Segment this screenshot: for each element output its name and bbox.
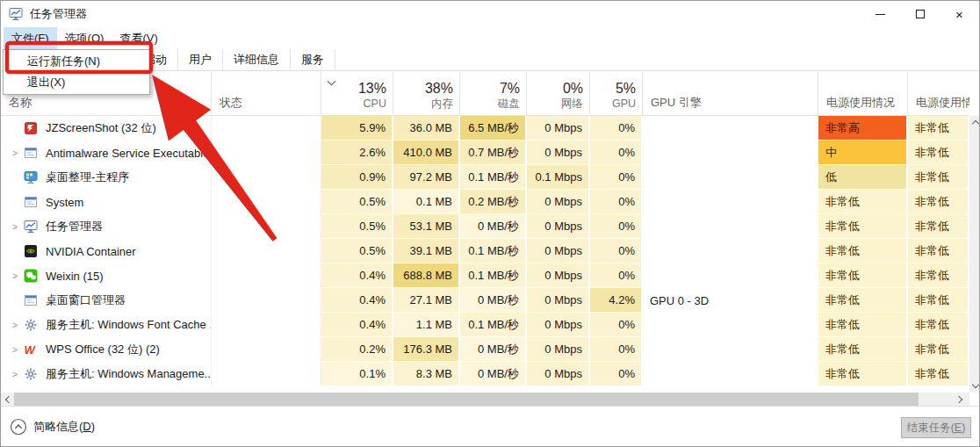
tab[interactable]: 服务	[291, 49, 335, 70]
service-gear-icon	[24, 318, 38, 332]
expand-chevron-icon[interactable]: >	[6, 148, 24, 158]
desktop-organizer-icon	[24, 170, 38, 184]
table-row[interactable]: 桌面整理-主程序0.9%97.2 MB0.1 MB/秒0.1 Mbps0%低非常…	[1, 165, 969, 190]
column-header-power-trend[interactable]: 电源使用情况	[908, 71, 969, 115]
cell-network: 0 Mbps	[527, 214, 590, 239]
cell-gpu-engine	[643, 313, 818, 337]
cell-gpu: 0%	[590, 190, 643, 214]
scroll-down-button[interactable]	[969, 379, 980, 393]
minimize-button[interactable]	[861, 1, 900, 27]
maximize-icon	[916, 10, 925, 18]
column-header-name-label: 名称	[9, 95, 205, 111]
expand-chevron-icon[interactable]: >	[6, 320, 24, 330]
cell-status	[212, 239, 321, 263]
table-row[interactable]: 桌面窗口管理器0.4%27.1 MB0 MB/秒0 Mbps4.2%GPU 0 …	[1, 288, 969, 313]
cell-power: 非常低	[818, 362, 908, 386]
cell-cpu: 0.4%	[321, 288, 393, 313]
fewer-details-toggle[interactable]: 简略信息(D)	[10, 418, 95, 436]
cell-network: 0 Mbps	[527, 239, 590, 263]
cell-gpu-engine	[643, 214, 818, 239]
horizontal-scrollbar-thumb[interactable]	[14, 393, 919, 406]
scroll-left-button[interactable]	[1, 393, 14, 406]
vertical-scrollbar[interactable]	[969, 116, 980, 393]
table-row[interactable]: >Weixin (15)0.4%688.8 MB0.1 MB/秒0 Mbps0%…	[1, 263, 969, 288]
file-menu-item[interactable]: 运行新任务(N)	[4, 51, 149, 72]
cell-power-trend: 非常低	[908, 362, 969, 386]
cell-cpu: 5.9%	[321, 116, 393, 141]
cell-network: 0 Mbps	[527, 116, 590, 141]
cell-network: 0 Mbps	[527, 263, 590, 288]
jzscreenshot-icon	[24, 121, 38, 135]
column-header-power[interactable]: 电源使用情况	[818, 71, 908, 115]
cell-disk: 0.1 MB/秒	[460, 239, 527, 263]
cell-gpu-engine: GPU 0 - 3D	[643, 288, 818, 313]
cell-gpu: 0%	[590, 239, 643, 263]
process-name: Weixin (15)	[46, 270, 104, 283]
file-menu-item[interactable]: 退出(X)	[4, 72, 149, 93]
column-header-cpu[interactable]: 13% CPU	[321, 71, 393, 115]
cell-name: >Antimalware Service Executable	[1, 141, 212, 165]
menu-item[interactable]: 选项(O)	[57, 27, 112, 49]
cell-cpu: 0.5%	[321, 190, 393, 214]
close-button[interactable]: ×	[940, 1, 979, 27]
process-name: NVIDIA Container	[46, 245, 136, 258]
scroll-right-button[interactable]	[954, 393, 967, 406]
table-row[interactable]: NVIDIA Container0.5%39.1 MB0.1 MB/秒0 Mbp…	[1, 239, 969, 263]
process-table: JZScreenShot (32 位)5.9%36.0 MB6.5 MB/秒0 …	[1, 116, 969, 386]
cell-gpu-engine	[643, 165, 818, 190]
maximize-button[interactable]	[900, 1, 940, 27]
column-header-network[interactable]: 0% 网络	[527, 71, 590, 115]
memory-total-pct: 38%	[425, 81, 453, 97]
cell-gpu-engine	[643, 190, 818, 214]
chevron-left-icon	[5, 395, 12, 402]
table-row[interactable]: >服务主机: Windows Font Cache ...0.4%1.1 MB0…	[1, 313, 969, 337]
cell-power-trend: 非常低	[908, 116, 969, 141]
horizontal-scrollbar[interactable]	[1, 393, 969, 406]
cell-power: 非常低	[818, 288, 908, 313]
cell-memory: 688.8 MB	[393, 263, 460, 288]
cell-gpu: 0%	[590, 337, 643, 362]
tab[interactable]: 详细信息	[223, 49, 291, 70]
cell-power: 低	[818, 165, 908, 190]
scroll-up-button[interactable]	[969, 116, 980, 129]
cell-cpu: 0.2%	[321, 337, 393, 362]
table-row[interactable]: >任务管理器0.5%53.1 MB0 MB/秒0 Mbps0%非常低非常低	[1, 214, 969, 239]
expand-chevron-icon[interactable]: >	[6, 344, 24, 355]
cell-name: 桌面整理-主程序	[1, 165, 212, 190]
process-name: 桌面窗口管理器	[46, 292, 126, 308]
menu-item[interactable]: 查看(V)	[112, 27, 165, 49]
column-header-gpu[interactable]: 5% GPU	[590, 71, 643, 115]
tab[interactable]: 用户	[178, 49, 223, 70]
cell-power-trend: 非常低	[908, 313, 969, 337]
menu-item[interactable]: 文件(F)	[4, 27, 57, 49]
process-name: JZScreenShot (32 位)	[46, 120, 156, 136]
column-header-gpu-engine[interactable]: GPU 引擎	[643, 71, 818, 115]
column-header-memory[interactable]: 38% 内存	[393, 71, 460, 115]
cell-network: 0 Mbps	[527, 337, 590, 362]
cell-gpu-engine	[643, 362, 818, 386]
circle-chevron-up-icon	[10, 418, 27, 436]
cell-power-trend: 非常低	[908, 337, 969, 362]
cell-power-trend: 非常低	[908, 214, 969, 239]
disk-label: 磁盘	[498, 97, 520, 111]
table-row[interactable]: >Antimalware Service Executable2.6%410.0…	[1, 141, 969, 165]
expand-chevron-icon[interactable]: >	[6, 270, 24, 281]
table-row[interactable]: JZScreenShot (32 位)5.9%36.0 MB6.5 MB/秒0 …	[1, 116, 969, 141]
table-row[interactable]: >WWPS Office (32 位) (2)0.2%176.3 MB0 MB/…	[1, 337, 969, 362]
cell-disk: 0 MB/秒	[460, 288, 527, 313]
table-row[interactable]: System0.5%0.1 MB0.2 MB/秒0 Mbps0%非常低非常低	[1, 190, 969, 214]
minimize-icon	[876, 14, 885, 15]
wechat-icon	[24, 269, 38, 283]
task-manager-icon	[9, 7, 23, 21]
expand-chevron-icon[interactable]: >	[6, 369, 24, 379]
cell-status	[212, 362, 321, 386]
gpu-total-pct: 5%	[616, 81, 636, 97]
end-task-button[interactable]: 结束任务(E)	[901, 417, 971, 438]
cell-power-trend: 非常低	[908, 263, 969, 288]
cell-disk: 6.5 MB/秒	[460, 116, 527, 141]
column-header-status[interactable]: 状态	[212, 71, 321, 115]
column-header-disk[interactable]: 7% 磁盘	[460, 71, 527, 115]
expand-chevron-icon[interactable]: >	[6, 221, 24, 232]
window-title: 任务管理器	[30, 6, 87, 22]
table-row[interactable]: >服务主机: Windows Manageme...0.1%8.3 MB0 MB…	[1, 362, 969, 386]
